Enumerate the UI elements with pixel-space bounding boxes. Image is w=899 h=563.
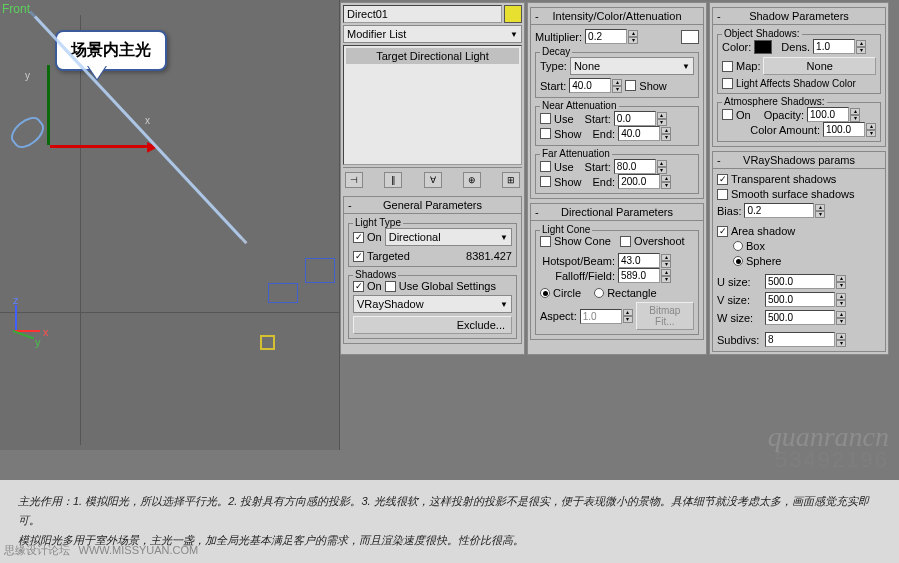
rollout-header[interactable]: - VRayShadows params <box>713 152 885 169</box>
modifier-panel: Modifier List ▼ Target Directional Light… <box>340 2 525 355</box>
decay-group: Decay Type: None▼ Start: ▴▾ Show <box>535 52 699 98</box>
falloff-spinner[interactable]: ▴▾ <box>618 268 671 283</box>
bitmap-fit-button[interactable]: Bitmap Fit... <box>636 302 694 330</box>
light-type-dropdown[interactable]: Directional ▼ <box>385 228 512 246</box>
light-target[interactable] <box>260 335 275 350</box>
shadow-type-dropdown[interactable]: VRayShadow ▼ <box>353 295 512 313</box>
shadows-on-checkbox[interactable]: ✓ <box>353 281 364 292</box>
modifier-stack[interactable]: Target Directional Light <box>343 45 522 165</box>
axis-y-label: y <box>25 70 30 81</box>
overshoot-checkbox[interactable] <box>620 236 631 247</box>
configure-sets-button[interactable]: ⊞ <box>502 172 520 188</box>
stack-item[interactable]: Target Directional Light <box>346 48 519 64</box>
smooth-surface-checkbox[interactable] <box>717 189 728 200</box>
show-stack-button[interactable]: ‖ <box>384 172 402 188</box>
axis-x[interactable] <box>50 145 150 148</box>
command-panels: Modifier List ▼ Target Directional Light… <box>340 2 897 355</box>
w-size-spinner[interactable]: ▴▾ <box>765 310 846 325</box>
footer-site: 思缘设计论坛 <box>4 544 70 556</box>
axis-x-label: x <box>145 115 150 126</box>
circle-radio[interactable] <box>540 288 550 298</box>
far-show-checkbox[interactable] <box>540 176 551 187</box>
map-checkbox[interactable] <box>722 61 733 72</box>
subdivs-spinner[interactable]: ▴▾ <box>765 332 846 347</box>
intensity-rollout: - Intensity/Color/Attenuation Multiplier… <box>530 7 704 199</box>
far-attenuation-group: Far Attenuation Use Start: ▴▾ Show End: … <box>535 154 699 194</box>
near-show-checkbox[interactable] <box>540 128 551 139</box>
far-use-checkbox[interactable] <box>540 161 551 172</box>
shadows-group: Shadows ✓ On Use Global Settings VRaySha… <box>348 275 517 339</box>
footer-url: WWW.MISSYUAN.COM <box>79 544 199 556</box>
object-name-input[interactable] <box>343 5 502 23</box>
global-settings-checkbox[interactable] <box>385 281 396 292</box>
rollout-header[interactable]: - General Parameters <box>344 197 521 214</box>
watermark-number: 53492196 <box>775 447 889 473</box>
rollout-header[interactable]: - Directional Parameters <box>531 204 703 221</box>
map-button[interactable]: None <box>763 57 876 75</box>
viewport-front[interactable]: Front 场景内主光 x y z x y <box>0 0 340 450</box>
dropdown-arrow-icon: ▼ <box>682 62 690 71</box>
make-unique-button[interactable]: ⊕ <box>463 172 481 188</box>
show-end-result-button[interactable]: ∀ <box>424 172 442 188</box>
collapse-icon: - <box>348 199 352 211</box>
far-end-spinner[interactable]: ▴▾ <box>618 174 671 189</box>
pin-stack-button[interactable]: ⊣ <box>345 172 363 188</box>
shadow-parameters-rollout: - Shadow Parameters Object Shadows: Colo… <box>712 7 886 147</box>
bias-spinner[interactable]: ▴▾ <box>744 203 825 218</box>
aspect-spinner[interactable]: ▴▾ <box>580 309 633 324</box>
near-attenuation-group: Near Attenuation Use Start: ▴▾ Show End:… <box>535 106 699 146</box>
light-emitter-wireframe[interactable] <box>6 112 49 154</box>
show-cone-checkbox[interactable] <box>540 236 551 247</box>
collapse-icon: - <box>717 10 721 22</box>
scene-object[interactable] <box>268 283 298 303</box>
atmosphere-shadows-group: Atmosphere Shadows: On Opacity: ▴▾ Color… <box>717 102 881 142</box>
multiplier-spinner[interactable]: ▴▾ <box>585 29 638 44</box>
viewport-label: Front <box>2 2 30 16</box>
near-use-checkbox[interactable] <box>540 113 551 124</box>
vray-shadows-rollout: - VRayShadows params ✓ Transparent shado… <box>712 151 886 352</box>
opacity-spinner[interactable]: ▴▾ <box>807 107 860 122</box>
decay-type-dropdown[interactable]: None▼ <box>570 57 694 75</box>
transparent-shadows-checkbox[interactable]: ✓ <box>717 174 728 185</box>
v-size-spinner[interactable]: ▴▾ <box>765 292 846 307</box>
dropdown-arrow-icon: ▼ <box>500 233 508 242</box>
shadow-color-swatch[interactable] <box>754 40 772 54</box>
modifier-list-label: Modifier List <box>347 28 406 40</box>
dropdown-arrow-icon: ▼ <box>510 30 518 39</box>
exclude-button[interactable]: Exclude... <box>353 316 512 334</box>
stack-toolbar: ⊣ ‖ ∀ ⊕ ⊞ <box>343 167 522 192</box>
rectangle-radio[interactable] <box>594 288 604 298</box>
collapse-icon: - <box>535 206 539 218</box>
dropdown-arrow-icon: ▼ <box>500 300 508 309</box>
density-spinner[interactable]: ▴▾ <box>813 39 866 54</box>
box-radio[interactable] <box>733 241 743 251</box>
axis-z-icon <box>15 305 17 330</box>
area-shadow-checkbox[interactable]: ✓ <box>717 226 728 237</box>
near-end-spinner[interactable]: ▴▾ <box>618 126 671 141</box>
u-size-spinner[interactable]: ▴▾ <box>765 274 846 289</box>
decay-show-checkbox[interactable] <box>625 80 636 91</box>
hotspot-spinner[interactable]: ▴▾ <box>618 253 671 268</box>
caption-line-1: 主光作用：1. 模拟阳光，所以选择平行光。2. 投射具有方向感的投影。3. 光线… <box>18 492 881 532</box>
modifier-list-dropdown[interactable]: Modifier List ▼ <box>343 25 522 43</box>
color-amount-spinner[interactable]: ▴▾ <box>823 122 876 137</box>
decay-start-spinner[interactable]: ▴▾ <box>569 78 622 93</box>
directional-rollout: - Directional Parameters Light Cone Show… <box>530 203 704 340</box>
light-type-group: Light Type ✓ On Directional ▼ ✓ Targeted… <box>348 223 517 267</box>
rollout-header[interactable]: - Intensity/Color/Attenuation <box>531 8 703 25</box>
scene-object[interactable] <box>305 258 335 283</box>
intensity-panel: - Intensity/Color/Attenuation Multiplier… <box>527 2 707 355</box>
near-start-spinner[interactable]: ▴▾ <box>614 111 667 126</box>
light-color-swatch[interactable] <box>681 30 699 44</box>
rollout-header[interactable]: - Shadow Parameters <box>713 8 885 25</box>
object-color-swatch[interactable] <box>504 5 522 23</box>
far-start-spinner[interactable]: ▴▾ <box>614 159 667 174</box>
axis-y[interactable] <box>47 65 50 145</box>
sphere-radio[interactable] <box>733 256 743 266</box>
light-on-checkbox[interactable]: ✓ <box>353 232 364 243</box>
grid-vertical <box>80 15 81 445</box>
targeted-checkbox[interactable]: ✓ <box>353 251 364 262</box>
light-affects-checkbox[interactable] <box>722 78 733 89</box>
shadow-panel: - Shadow Parameters Object Shadows: Colo… <box>709 2 889 355</box>
atmos-on-checkbox[interactable] <box>722 109 733 120</box>
